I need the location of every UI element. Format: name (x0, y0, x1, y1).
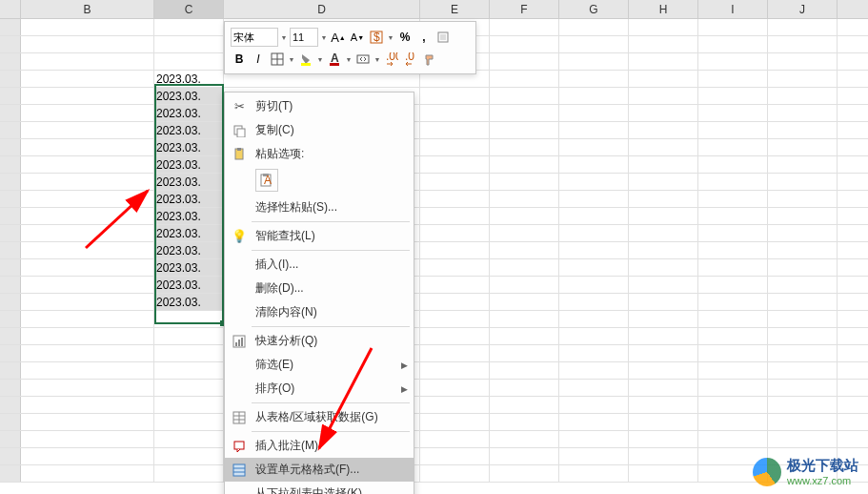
cell[interactable] (490, 397, 559, 413)
cell[interactable] (490, 431, 559, 447)
cell[interactable] (21, 362, 154, 379)
cell[interactable] (154, 311, 224, 327)
ctx-pick-from-list[interactable]: 从下拉列表中选择(K)... (225, 482, 414, 494)
accounting-dropdown[interactable]: ▼ (387, 29, 394, 46)
cell[interactable] (490, 208, 559, 224)
col-header-j[interactable]: J (768, 0, 838, 18)
row-header[interactable] (0, 362, 21, 379)
percent-button[interactable]: % (396, 29, 414, 46)
cell[interactable] (559, 294, 629, 310)
cell[interactable] (629, 208, 698, 224)
cell[interactable] (698, 156, 768, 173)
cell[interactable] (420, 88, 490, 104)
ctx-get-data[interactable]: 从表格/区域获取数据(G) (225, 405, 414, 429)
cell[interactable] (154, 431, 224, 447)
row-header[interactable] (0, 465, 21, 482)
cell[interactable] (21, 328, 154, 344)
cell[interactable] (768, 191, 838, 207)
cell[interactable]: 2023.03. (154, 225, 224, 241)
cell[interactable] (629, 277, 698, 293)
col-header-f[interactable]: F (490, 0, 559, 18)
col-header-d[interactable]: D (224, 0, 420, 18)
col-header-c[interactable]: C (154, 0, 224, 18)
cell[interactable] (490, 71, 559, 87)
cell[interactable] (490, 465, 559, 482)
worksheet-grid[interactable]: 2023.03.2023.03.2023.03.2023.03.2023.03.… (0, 19, 868, 483)
cell[interactable] (629, 397, 698, 413)
cell[interactable] (490, 105, 559, 121)
cell[interactable] (490, 122, 559, 138)
cell[interactable] (154, 345, 224, 361)
cell[interactable] (698, 259, 768, 276)
cell[interactable] (629, 311, 698, 327)
cell[interactable] (559, 53, 629, 70)
col-header-h[interactable]: H (629, 0, 698, 18)
cell[interactable] (698, 294, 768, 310)
cell[interactable] (490, 294, 559, 310)
cell[interactable] (559, 431, 629, 447)
cell[interactable] (698, 225, 768, 241)
cell[interactable] (559, 277, 629, 293)
cell[interactable] (629, 465, 698, 482)
cell[interactable] (629, 380, 698, 396)
row-header[interactable] (0, 311, 21, 327)
cell[interactable] (420, 225, 490, 241)
cell[interactable]: 2023.03. (154, 122, 224, 138)
cell[interactable]: 2023.03. (154, 259, 224, 276)
cell[interactable] (420, 208, 490, 224)
font-size-dropdown[interactable]: ▼ (320, 29, 328, 46)
cell[interactable] (768, 105, 838, 121)
cell[interactable] (420, 139, 490, 155)
cell[interactable] (420, 414, 490, 430)
cell[interactable] (490, 414, 559, 430)
cell[interactable] (21, 36, 154, 52)
cell[interactable] (154, 380, 224, 396)
paste-option-default[interactable]: A (255, 169, 278, 192)
cell[interactable] (559, 380, 629, 396)
row-header[interactable] (0, 397, 21, 413)
ctx-insert-comment[interactable]: 插入批注(M) (225, 434, 414, 458)
cell[interactable] (768, 53, 838, 70)
cell[interactable] (559, 311, 629, 327)
italic-button[interactable]: I (250, 51, 267, 68)
cell[interactable] (629, 139, 698, 155)
ctx-insert[interactable]: 插入(I)... (225, 253, 414, 277)
row-header[interactable] (0, 19, 21, 35)
cell[interactable] (698, 36, 768, 52)
cell[interactable] (420, 380, 490, 396)
cell[interactable] (768, 225, 838, 241)
border-button[interactable] (269, 51, 286, 68)
cell[interactable]: 2023.03. (154, 71, 224, 87)
cell[interactable] (559, 36, 629, 52)
cell[interactable] (21, 53, 154, 70)
cell[interactable] (490, 156, 559, 173)
row-header[interactable] (0, 448, 21, 464)
cell[interactable] (629, 71, 698, 87)
ctx-clear-contents[interactable]: 清除内容(N) (225, 300, 414, 324)
col-header-b[interactable]: B (21, 0, 154, 18)
cell[interactable] (629, 36, 698, 52)
cell[interactable] (768, 71, 838, 87)
cell[interactable] (698, 53, 768, 70)
cell[interactable] (154, 414, 224, 430)
cell[interactable]: 2023.03. (154, 191, 224, 207)
cell[interactable] (21, 431, 154, 447)
cell[interactable] (768, 174, 838, 190)
cell[interactable] (629, 448, 698, 464)
cell[interactable] (768, 242, 838, 258)
cell[interactable] (559, 414, 629, 430)
cell[interactable] (629, 105, 698, 121)
cell[interactable] (490, 277, 559, 293)
cell[interactable] (21, 19, 154, 35)
cell[interactable] (490, 88, 559, 104)
ctx-copy[interactable]: 复制(C) (225, 118, 414, 142)
cell[interactable] (420, 448, 490, 464)
ctx-smart-lookup[interactable]: 💡 智能查找(L) (225, 224, 414, 248)
row-header[interactable] (0, 225, 21, 241)
cell[interactable] (490, 36, 559, 52)
cell[interactable] (629, 431, 698, 447)
cell[interactable] (559, 105, 629, 121)
cell[interactable] (698, 174, 768, 190)
cell[interactable]: 2023.03. (154, 294, 224, 310)
col-header-g[interactable]: G (559, 0, 629, 18)
